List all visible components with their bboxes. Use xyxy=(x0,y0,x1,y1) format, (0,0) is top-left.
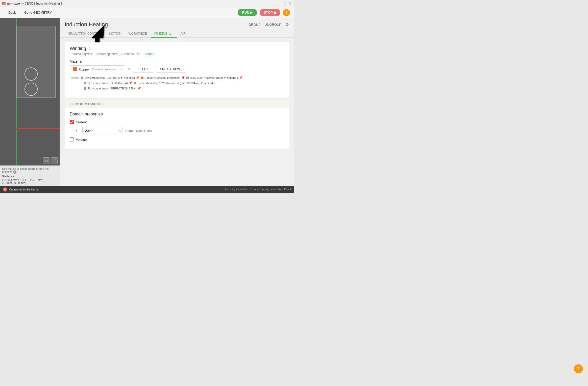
recent-dot-0 xyxy=(81,77,83,79)
canvas-controls: ⊡ ⛶ xyxy=(43,157,58,164)
panel-title: Induction Heating xyxy=(65,21,108,28)
material-clear-button[interactable]: ✕ xyxy=(127,67,131,72)
pin-icon-0: 📌 xyxy=(136,76,139,79)
tab-air[interactable]: AIR xyxy=(177,30,189,38)
app-icon: 🔥 xyxy=(2,2,6,5)
em-header: ELECTROMAGNETICS xyxy=(65,101,289,108)
tab-winding1[interactable]: WINDING_1... xyxy=(151,30,177,38)
tab-motion[interactable]: MOTION xyxy=(106,30,125,38)
material-section: Material Copper Constant properties › ✕ … xyxy=(70,59,284,91)
stat-y: y: 9 mm ( 0...9 mm) xyxy=(2,181,58,184)
circle-shape-1 xyxy=(24,67,38,81)
statistics-section: Statistics x: 160.3 mm (−0.14 ... 160.1 … xyxy=(2,175,58,184)
group-button[interactable]: GROUP xyxy=(249,23,261,27)
fit-view-button[interactable]: ⊡ xyxy=(43,157,50,164)
fullscreen-button[interactable]: ⛶ xyxy=(51,157,58,164)
current-label[interactable]: Current xyxy=(76,120,87,124)
domain-title: Domain properties xyxy=(70,112,284,116)
material-row: Copper Constant properties › ✕ SELECT...… xyxy=(70,65,284,73)
recent-materials-row: Recent: Low carbon steel 1020 (B(H), t° … xyxy=(70,75,284,80)
left-panel: ⊡ ⛶ Use mouse to zoom, rotate or pan the… xyxy=(0,18,60,186)
material-label: Material xyxy=(70,59,284,63)
recent-label: Recent: xyxy=(70,76,79,79)
material-create-button[interactable]: CREATE NEW... xyxy=(156,66,186,73)
stop-button[interactable]: STOP ◼ xyxy=(260,9,280,16)
hint-help-icon: ? xyxy=(13,170,16,174)
material-chip[interactable]: Copper Constant properties › xyxy=(70,65,125,73)
nav-bar: ← Desk ← Go to GEOMETRY RUN ▶ STOP ◼ ? xyxy=(0,7,294,18)
desk-button[interactable]: ← Desk xyxy=(4,11,16,14)
current-checkbox[interactable] xyxy=(70,120,74,124)
recent-dot-2 xyxy=(186,77,189,79)
go-to-geometry-button[interactable]: ← Go to GEOMETRY xyxy=(20,11,52,14)
voltage-checkbox[interactable] xyxy=(70,137,74,141)
recent-item-0[interactable]: Low carbon steel 1020 (B(H), t° depend.)… xyxy=(81,76,139,79)
stop-label: STOP ◼ xyxy=(264,11,276,14)
recent-dot-5 xyxy=(84,87,86,90)
run-label: RUN ▶ xyxy=(242,11,253,14)
current-unit: A xyxy=(119,129,121,133)
material-name: Copper xyxy=(79,67,90,71)
pin-icon-1: 📌 xyxy=(181,76,185,79)
material-expand-icon: › xyxy=(121,67,122,71)
run-button[interactable]: RUN ▶ xyxy=(238,9,257,16)
red-horizontal-line xyxy=(16,128,60,129)
status-bar: C Connected to the kernel Incoming conne… xyxy=(0,186,294,193)
status-text: Connected to the kernel xyxy=(9,188,39,191)
content-area: Winding_1 Enabled physics: Electromagnet… xyxy=(60,38,294,186)
pin-icon-5: 📌 xyxy=(137,87,141,90)
material-properties: Constant properties xyxy=(92,68,116,71)
current-italic-label: I xyxy=(76,129,80,133)
pin-icon-2: 📌 xyxy=(239,76,242,79)
em-body: Domain properties Current I A Current ( xyxy=(65,108,289,149)
status-icon: C xyxy=(3,187,7,191)
material-select-button[interactable]: SELECT... xyxy=(133,66,154,73)
voltage-label[interactable]: Voltage xyxy=(76,138,87,141)
preview-canvas[interactable]: ⊡ ⛶ xyxy=(0,18,60,165)
physics-subtitle: Enabled physics: Electromagnetics (Curre… xyxy=(70,52,284,56)
recent-item-4[interactable]: Low carbon steel 1020 (linearized (H=100… xyxy=(134,82,215,85)
recent-item-1[interactable]: Copper (Constant properties) 📌 xyxy=(141,76,185,79)
stat-x: x: 160.3 mm (−0.14 ... 160.1 mm) xyxy=(2,178,58,181)
circle-shape-2 xyxy=(24,83,38,96)
desk-icon: ← xyxy=(4,11,7,14)
help-button[interactable]: ? xyxy=(283,9,290,16)
window-title: new case — CENOS Induction Heating 3 xyxy=(7,2,62,5)
recent-materials-row-2: Flux concentrator (FLUXTROLA) 📌 Low carb… xyxy=(70,80,284,86)
right-panel: Induction Heating GROUP UNGROUP ⚙ SIMULA… xyxy=(60,18,294,186)
tabs: SIMULATION CONTROL MOTION WORKPIECE WIND… xyxy=(60,30,294,38)
mouse-hint: Use mouse to zoom, rotate or pan the pre… xyxy=(2,167,58,174)
current-field-wrap: A xyxy=(82,127,123,134)
recent-item-3[interactable]: Flux concentrator (FLUXTROLA) 📌 xyxy=(84,81,132,85)
left-bottom: Use mouse to zoom, rotate or pan the pre… xyxy=(0,165,60,186)
electromagnetics-section: ELECTROMAGNETICS Domain properties Curre… xyxy=(65,101,289,149)
settings-button[interactable]: ⚙ xyxy=(285,22,289,27)
ungroup-button[interactable]: UNGROUP xyxy=(265,23,281,27)
current-description: Current (Amplitude) xyxy=(125,129,152,133)
close-button[interactable]: ✕ xyxy=(288,2,292,6)
winding-card: Winding_1 Enabled physics: Electromagnet… xyxy=(65,42,289,98)
winding-title: Winding_1 xyxy=(70,46,284,51)
pin-icon-3: 📌 xyxy=(129,81,132,85)
recent-dot-3 xyxy=(84,82,86,84)
material-color-swatch xyxy=(73,67,77,71)
tab-simulation-control[interactable]: SIMULATION CONTROL xyxy=(65,30,106,38)
current-input-row: I A Current (Amplitude) xyxy=(76,127,284,134)
title-bar: 🔥 new case — CENOS Induction Heating 3 —… xyxy=(0,0,294,7)
status-log: Incoming connection: ID: lock Incoming c… xyxy=(225,188,291,191)
current-checkbox-row: Current xyxy=(70,120,284,124)
current-value-input[interactable] xyxy=(82,127,123,134)
panel-header: Induction Heating GROUP UNGROUP ⚙ xyxy=(60,18,294,28)
maximize-button[interactable]: □ xyxy=(283,2,287,6)
recent-dot-1 xyxy=(141,77,143,79)
voltage-checkbox-row: Voltage xyxy=(70,137,284,141)
recent-item-5[interactable]: Flux concentrator (FERROTRON 559H) 📌 xyxy=(84,87,141,90)
minimize-button[interactable]: — xyxy=(278,2,282,6)
recent-dot-4 xyxy=(134,82,136,84)
change-physics-button[interactable]: Change xyxy=(143,52,154,56)
tab-workpiece[interactable]: WORKPIECE xyxy=(125,30,150,38)
geometry-icon: ← xyxy=(20,11,23,14)
recent-item-2[interactable]: Alloy Steel 42CrMo4 (B(H), t° depend.) 📌 xyxy=(186,76,242,79)
recent-materials-row-3: Flux concentrator (FERROTRON 559H) 📌 xyxy=(70,86,284,91)
